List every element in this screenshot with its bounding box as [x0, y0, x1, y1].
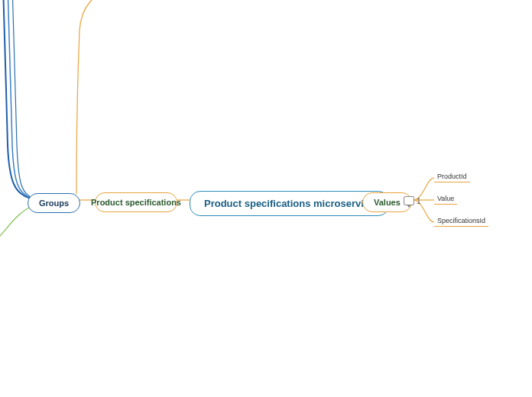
leaf-c-label: SpecificationsId: [437, 217, 485, 224]
node-product-specifications[interactable]: Product specifications: [95, 192, 177, 212]
leaf-a-label: ProductId: [437, 173, 467, 180]
leaf-value[interactable]: Value: [437, 195, 454, 202]
comment-count: 1: [417, 197, 421, 205]
comment-icon: [404, 196, 414, 205]
center-label: Product specifications microservice: [204, 198, 375, 209]
node-center[interactable]: Product specifications microservice: [190, 191, 389, 216]
leaf-b-label: Value: [437, 195, 454, 202]
left2-label: Groups: [39, 198, 69, 208]
node-groups[interactable]: Groups: [28, 193, 80, 213]
left1-label: Product specifications: [91, 198, 181, 207]
leaf-specificationsid[interactable]: SpecificationsId: [437, 217, 485, 224]
right1-label: Values: [374, 198, 401, 207]
comment-badge[interactable]: 1: [404, 196, 421, 205]
leaf-productid[interactable]: ProductId: [437, 173, 467, 180]
